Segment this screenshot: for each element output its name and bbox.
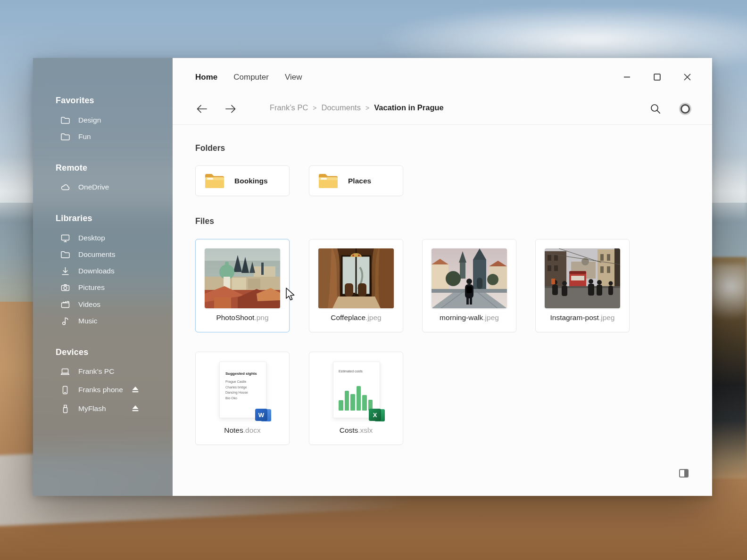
photo-thumbnail-cafe-interior bbox=[318, 248, 394, 308]
sidebar-item-documents[interactable]: Documents bbox=[60, 247, 164, 262]
maximize-button[interactable] bbox=[653, 73, 661, 81]
file-card-photoshoot[interactable]: PhotoShoot.png bbox=[195, 239, 290, 332]
sidebar-item-onedrive[interactable]: OneDrive bbox=[60, 180, 164, 194]
sidebar-item-label: Pictures bbox=[78, 283, 105, 292]
minimize-button[interactable] bbox=[623, 73, 631, 81]
eject-icon[interactable] bbox=[131, 404, 140, 413]
sidebar-item-desktop[interactable]: Desktop bbox=[60, 231, 164, 245]
back-button[interactable] bbox=[195, 102, 208, 115]
file-card-instagram-post[interactable]: Instagram-post.jpeg bbox=[535, 239, 630, 332]
breadcrumb-segment-pc[interactable]: Frank’s PC bbox=[270, 103, 308, 112]
sidebar-item-label: Downloads bbox=[78, 267, 115, 275]
sidebar-item-label: MyFlash bbox=[78, 404, 106, 413]
sidebar-item-videos[interactable]: Videos bbox=[60, 297, 164, 312]
breadcrumb-separator: > bbox=[365, 104, 369, 112]
sidebar: Favorites Design Fun Remote OneDrive bbox=[33, 58, 173, 496]
sidebar-section-devices: Devices bbox=[56, 347, 88, 357]
doc-preview-line: Charles bridge bbox=[225, 386, 247, 389]
sidebar-item-label: Franks phone bbox=[78, 386, 123, 394]
sidebar-section-favorites: Favorites bbox=[56, 96, 94, 106]
file-card-costs[interactable]: Estimated costs X Costs.xslx bbox=[309, 352, 403, 445]
content-pane: Home Computer View bbox=[173, 58, 712, 496]
sidebar-item-label: Design bbox=[78, 116, 101, 124]
breadcrumb-separator: > bbox=[313, 104, 316, 112]
forward-button[interactable] bbox=[224, 102, 237, 115]
doc-preview-line: Prague Castle bbox=[225, 380, 246, 383]
folder-card-bookings[interactable]: Bookings bbox=[195, 165, 290, 196]
sidebar-item-pictures[interactable]: Pictures bbox=[60, 280, 164, 295]
sidebar-item-label: Music bbox=[78, 317, 97, 325]
breadcrumb-segment-documents[interactable]: Documents bbox=[322, 103, 361, 112]
sidebar-item-label: OneDrive bbox=[78, 183, 109, 191]
sheet-preview-title: Estimated costs bbox=[339, 369, 363, 373]
sidebar-item-label: Videos bbox=[78, 300, 100, 309]
tab-computer[interactable]: Computer bbox=[233, 73, 269, 82]
file-card-coffeplace[interactable]: Coffeplace.jpeg bbox=[309, 239, 403, 332]
photo-thumbnail-prague-rooftops bbox=[205, 248, 280, 308]
folder-icon bbox=[318, 173, 339, 189]
preview-pane-toggle[interactable] bbox=[679, 469, 689, 478]
tab-view[interactable]: View bbox=[285, 73, 302, 82]
navigation-bar: Frank’s PC>Documents>Vacation in Prague bbox=[195, 101, 691, 116]
folder-name: Bookings bbox=[234, 177, 268, 185]
sidebar-item-label: Frank’s PC bbox=[78, 367, 114, 376]
header-divider bbox=[173, 124, 712, 125]
word-icon: W bbox=[255, 408, 272, 422]
sidebar-section-libraries: Libraries bbox=[56, 214, 92, 223]
photo-thumbnail-charles-bridge bbox=[432, 248, 507, 308]
sidebar-item-design[interactable]: Design bbox=[60, 113, 164, 127]
sidebar-item-fun[interactable]: Fun bbox=[60, 130, 164, 144]
eject-icon[interactable] bbox=[131, 386, 140, 394]
close-button[interactable] bbox=[683, 73, 691, 81]
files-heading: Files bbox=[195, 216, 214, 226]
folder-icon bbox=[60, 250, 70, 259]
sidebar-item-franks-pc[interactable]: Frank’s PC bbox=[60, 364, 164, 379]
file-explorer-window: Favorites Design Fun Remote OneDrive bbox=[33, 58, 712, 496]
phone-icon bbox=[60, 385, 70, 395]
sidebar-item-label: Desktop bbox=[78, 234, 105, 242]
desktop: Favorites Design Fun Remote OneDrive bbox=[0, 0, 747, 560]
doc-preview-line: Bio Oko bbox=[225, 396, 237, 400]
tab-home[interactable]: Home bbox=[195, 73, 217, 82]
usb-icon bbox=[60, 404, 70, 413]
file-name: Coffeplace.jpeg bbox=[309, 313, 403, 322]
file-name: PhotoShoot.png bbox=[196, 313, 289, 322]
sidebar-item-label: Fun bbox=[78, 132, 91, 141]
search-icon[interactable] bbox=[649, 103, 662, 115]
sidebar-item-music[interactable]: Music bbox=[60, 314, 164, 328]
breadcrumb-segment-current: Vacation in Prague bbox=[374, 103, 444, 112]
file-name: morning-walk.jpeg bbox=[423, 313, 516, 322]
folder-name: Places bbox=[348, 177, 371, 185]
clapperboard-icon bbox=[60, 300, 70, 309]
folder-card-places[interactable]: Places bbox=[309, 165, 403, 196]
sheet-preview-bar-chart bbox=[339, 385, 374, 411]
doc-preview-line: Dancing House bbox=[225, 391, 248, 394]
sidebar-item-downloads[interactable]: Downloads bbox=[60, 264, 164, 278]
account-circle-icon[interactable] bbox=[681, 104, 690, 114]
window-controls bbox=[623, 72, 691, 82]
excel-icon: X bbox=[369, 408, 386, 422]
folders-heading: Folders bbox=[195, 143, 225, 153]
sidebar-section-remote: Remote bbox=[56, 163, 87, 173]
monitor-icon bbox=[60, 233, 70, 243]
menu-tabs: Home Computer View bbox=[195, 73, 302, 82]
file-name: Costs.xslx bbox=[309, 426, 403, 435]
file-card-notes[interactable]: Suggested sights Prague Castle Charles b… bbox=[195, 352, 290, 445]
sidebar-item-myflash[interactable]: MyFlash bbox=[60, 402, 164, 416]
document-preview-notes: Suggested sights Prague Castle Charles b… bbox=[219, 362, 266, 418]
file-name: Notes.docx bbox=[196, 426, 289, 435]
camera-icon bbox=[60, 283, 70, 292]
folder-icon bbox=[60, 132, 70, 141]
preview-pane-toggle-fill bbox=[684, 470, 688, 477]
sidebar-item-franks-phone[interactable]: Franks phone bbox=[60, 383, 164, 397]
file-name: Instagram-post.jpeg bbox=[536, 313, 629, 322]
file-card-morning-walk[interactable]: morning-walk.jpeg bbox=[422, 239, 516, 332]
download-icon bbox=[60, 266, 70, 276]
laptop-icon bbox=[60, 367, 70, 376]
cloud-icon bbox=[60, 182, 70, 192]
breadcrumb: Frank’s PC>Documents>Vacation in Prague bbox=[270, 103, 444, 112]
music-note-icon bbox=[60, 316, 70, 326]
folder-icon bbox=[60, 115, 70, 125]
doc-preview-title: Suggested sights bbox=[225, 371, 257, 376]
document-preview-costs: Estimated costs X bbox=[333, 362, 380, 418]
